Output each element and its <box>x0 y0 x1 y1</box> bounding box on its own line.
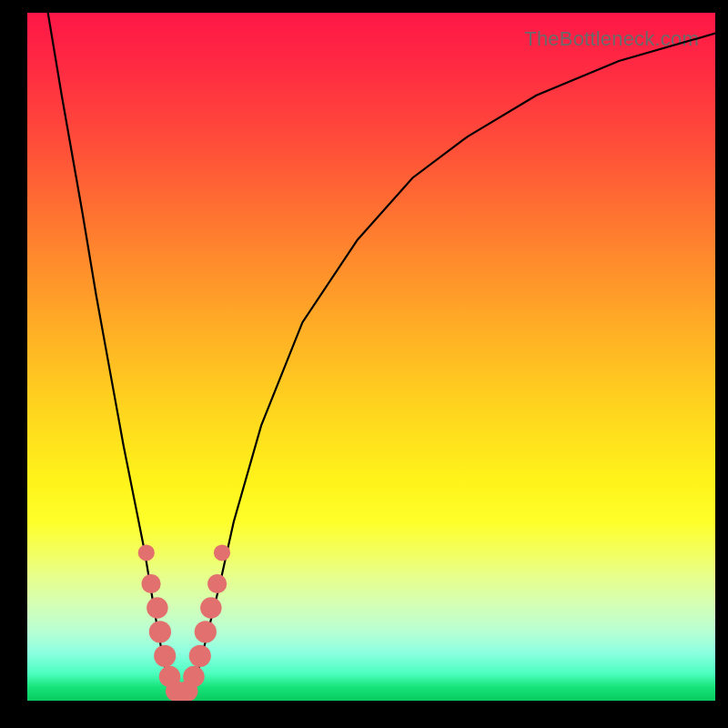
highlight-dot <box>149 621 171 642</box>
highlight-dot <box>147 597 167 618</box>
bottleneck-curve <box>48 13 715 696</box>
highlight-dot <box>138 544 155 561</box>
highlight-dot <box>195 621 217 642</box>
highlight-dot <box>200 597 221 618</box>
highlight-dot <box>142 574 161 593</box>
chart-frame: TheBottleneck.com <box>0 0 728 728</box>
highlight-dot <box>189 645 211 667</box>
highlight-dots-group <box>138 544 230 701</box>
highlight-dot <box>154 645 176 667</box>
plot-area: TheBottleneck.com <box>27 13 715 701</box>
highlight-dot <box>214 544 230 561</box>
highlight-dot <box>207 574 227 593</box>
curve-svg <box>27 13 715 701</box>
highlight-dot <box>183 666 204 687</box>
